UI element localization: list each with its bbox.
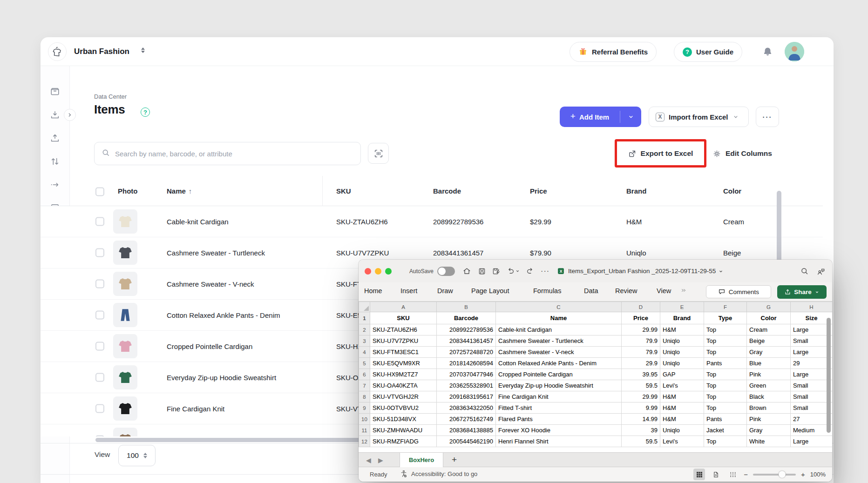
data-cell[interactable]: Cashmere Sweater - Turtleneck xyxy=(496,335,622,347)
data-cell[interactable]: 2018142608594 xyxy=(437,358,496,369)
data-cell[interactable]: 14.99 xyxy=(622,414,660,425)
excel-table[interactable]: ABCDEFGH1SKUBarcodeNamePriceBrandTypeCol… xyxy=(359,302,832,447)
data-cell[interactable]: Pink xyxy=(747,369,791,380)
header-cell[interactable]: Price xyxy=(622,312,660,324)
data-cell[interactable]: Cream xyxy=(747,324,791,335)
column-header-barcode[interactable]: Barcode xyxy=(433,187,461,195)
data-cell[interactable]: Large xyxy=(791,347,833,358)
data-cell[interactable]: Flared Pants xyxy=(496,414,622,425)
data-cell[interactable]: Cotton Relaxed Ankle Pants - Denim xyxy=(496,358,622,369)
more-actions-button[interactable]: ··· xyxy=(756,107,779,127)
data-cell[interactable]: Top xyxy=(704,402,747,414)
undo-icon[interactable] xyxy=(507,267,520,275)
data-cell[interactable]: SKU-51D348VX xyxy=(370,414,437,425)
data-cell[interactable]: Gray xyxy=(747,425,791,436)
row-number[interactable]: 5 xyxy=(359,358,370,369)
data-cell[interactable]: SKU-HX9M2TZ7 xyxy=(370,369,437,380)
comments-button[interactable]: Comments xyxy=(706,285,771,298)
sidebar-expand-button[interactable] xyxy=(64,109,76,121)
data-cell[interactable]: SKU-VTVGHJ2R xyxy=(370,391,437,402)
data-cell[interactable]: Uniqlo xyxy=(660,335,704,347)
data-cell[interactable]: Large xyxy=(791,436,833,447)
data-cell[interactable]: 2005445462190 xyxy=(437,436,496,447)
data-cell[interactable]: 39.95 xyxy=(622,369,660,380)
notifications-bell-icon[interactable] xyxy=(762,46,773,60)
data-cell[interactable]: Beige xyxy=(747,335,791,347)
data-cell[interactable]: Jacket xyxy=(704,425,747,436)
data-cell[interactable]: Cropped Pointelle Cardigan xyxy=(496,369,622,380)
sidebar-item-storage[interactable] xyxy=(46,82,64,101)
row-checkbox[interactable] xyxy=(95,311,104,320)
spreadsheet-grid[interactable]: ABCDEFGH1SKUBarcodeNamePriceBrandTypeCol… xyxy=(359,302,832,452)
data-cell[interactable]: Large xyxy=(791,324,833,335)
user-avatar[interactable] xyxy=(785,42,804,61)
zoom-window-button[interactable] xyxy=(385,268,392,275)
data-cell[interactable]: Blue xyxy=(747,358,791,369)
data-cell[interactable]: Top xyxy=(704,391,747,402)
row-number[interactable]: 10 xyxy=(359,414,370,425)
data-cell[interactable]: Black xyxy=(747,391,791,402)
column-letter-A[interactable]: A xyxy=(370,302,437,312)
row-number[interactable]: 6 xyxy=(359,369,370,380)
data-cell[interactable]: SKU-RMZFIADG xyxy=(370,436,437,447)
search-input[interactable] xyxy=(115,150,354,158)
barcode-scan-button[interactable] xyxy=(368,143,389,164)
column-letter-D[interactable]: D xyxy=(622,302,660,312)
data-cell[interactable]: Levi's xyxy=(660,380,704,391)
column-header-photo[interactable]: Photo xyxy=(118,187,138,195)
data-cell[interactable]: 59.5 xyxy=(622,436,660,447)
data-cell[interactable]: Small xyxy=(791,380,833,391)
row-checkbox[interactable] xyxy=(95,404,104,413)
next-sheet-icon[interactable]: ▶ xyxy=(378,456,383,464)
data-cell[interactable]: SKU-OA40KZTA xyxy=(370,380,437,391)
sidebar-item-stock-in[interactable] xyxy=(46,106,64,124)
home-icon[interactable] xyxy=(462,267,471,275)
row-number[interactable]: 7 xyxy=(359,380,370,391)
row-checkbox[interactable] xyxy=(95,436,104,437)
normal-view-icon[interactable] xyxy=(693,469,705,480)
header-cell[interactable]: Name xyxy=(496,312,622,324)
data-cell[interactable]: Gray xyxy=(747,347,791,358)
excel-menu-draw[interactable]: Draw xyxy=(437,287,453,295)
column-header-color[interactable]: Color xyxy=(723,187,741,195)
zoom-out-button[interactable]: − xyxy=(744,470,748,478)
column-letter-F[interactable]: F xyxy=(704,302,747,312)
data-cell[interactable]: 2067275162749 xyxy=(437,414,496,425)
data-cell[interactable]: 2083634322050 xyxy=(437,402,496,414)
column-letter-E[interactable]: E xyxy=(660,302,704,312)
data-cell[interactable]: Everyday Zip-up Hoodie Sweatshirt xyxy=(496,380,622,391)
user-guide-button[interactable]: ? User Guide xyxy=(674,42,742,62)
autosave-toggle[interactable] xyxy=(437,267,455,276)
row-checkbox[interactable] xyxy=(95,217,104,226)
data-cell[interactable]: 29.99 xyxy=(622,391,660,402)
excel-search-icon[interactable] xyxy=(800,267,809,275)
excel-menu-home[interactable]: Home xyxy=(364,287,382,295)
column-header-name[interactable]: Name↑ xyxy=(167,187,192,195)
save-icon[interactable] xyxy=(478,267,486,275)
page-layout-view-icon[interactable] xyxy=(710,469,722,480)
select-all-corner[interactable] xyxy=(359,302,370,312)
column-letter-C[interactable]: C xyxy=(496,302,622,312)
column-header-brand[interactable]: Brand xyxy=(626,187,646,195)
column-letter-G[interactable]: G xyxy=(747,302,791,312)
column-letter-H[interactable]: H xyxy=(791,302,833,312)
data-cell[interactable]: Medium xyxy=(791,425,833,436)
header-cell[interactable]: Color xyxy=(747,312,791,324)
add-item-dropdown-caret[interactable] xyxy=(620,111,641,123)
data-cell[interactable]: 59.5 xyxy=(622,380,660,391)
column-header-price[interactable]: Price xyxy=(530,187,547,195)
items-help-icon[interactable]: ? xyxy=(141,107,150,117)
header-cell[interactable]: Type xyxy=(704,312,747,324)
minimize-window-button[interactable] xyxy=(375,268,381,275)
data-cell[interactable]: 29 xyxy=(791,358,833,369)
excel-menu-view[interactable]: View xyxy=(657,287,671,295)
data-cell[interactable]: Pink xyxy=(747,414,791,425)
edit-columns-button[interactable]: Edit Columns xyxy=(712,145,772,162)
share-button[interactable]: Share xyxy=(777,285,827,299)
data-cell[interactable]: Uniqlo xyxy=(660,358,704,369)
data-cell[interactable]: Top xyxy=(704,369,747,380)
import-from-excel-button[interactable]: X Import from Excel xyxy=(649,107,749,127)
row-number[interactable]: 4 xyxy=(359,347,370,358)
data-cell[interactable]: Small xyxy=(791,402,833,414)
header-cell[interactable]: Barcode xyxy=(437,312,496,324)
